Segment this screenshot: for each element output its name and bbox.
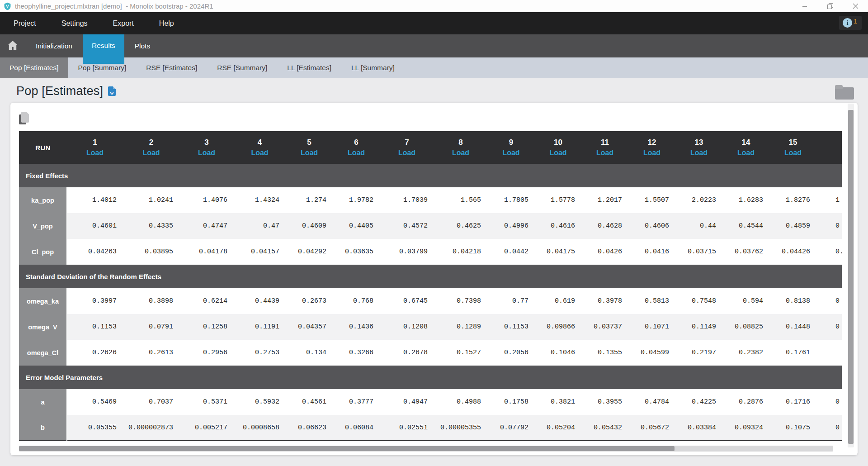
- section-header-row: Error Model Parameters: [19, 366, 842, 389]
- value-cell: 0.1153: [487, 314, 535, 340]
- value-cell: 0.3978: [581, 288, 628, 314]
- page-title: Pop [Estimates]: [16, 84, 103, 98]
- vertical-scrollbar-thumb[interactable]: [848, 110, 854, 444]
- main-tab-bar: Initialization Results Plots: [0, 34, 868, 57]
- load-link[interactable]: Load: [380, 149, 434, 157]
- menu-help[interactable]: Help: [159, 19, 174, 28]
- run-number: 13: [675, 138, 722, 147]
- value-cell: 0.0426: [581, 239, 628, 265]
- subtab-ll-estimates[interactable]: LL [Estimates]: [277, 57, 341, 78]
- value-cell: 0.1149: [675, 314, 722, 340]
- value-cell: 1.4324: [234, 187, 286, 213]
- load-link[interactable]: Load: [179, 149, 234, 157]
- value-cell: 0.4784: [628, 389, 675, 415]
- minimize-button[interactable]: [792, 0, 817, 12]
- load-link[interactable]: Load: [333, 149, 380, 157]
- table-row: omega_V0.11530.07910.12580.11910.043570.…: [19, 314, 842, 340]
- value-cell: 0.1761: [769, 340, 816, 366]
- value-cell: 0.03737: [581, 314, 628, 340]
- value-cell: 0.1527: [434, 340, 487, 366]
- value-cell: 0.7398: [434, 288, 487, 314]
- load-link[interactable]: Load: [722, 149, 769, 157]
- load-link[interactable]: Load: [581, 149, 628, 157]
- menu-project[interactable]: Project: [14, 19, 36, 28]
- value-cell: 0.1191: [234, 314, 286, 340]
- run-number: 12: [628, 138, 675, 147]
- table-row: ka_pop1.40121.02411.40761.43241.2741.978…: [19, 187, 842, 213]
- value-cell: 0: [816, 415, 842, 441]
- section-title: Error Model Parameters: [19, 366, 842, 389]
- home-icon: [8, 41, 18, 52]
- load-link[interactable]: Load: [487, 149, 535, 157]
- vertical-scrollbar[interactable]: [848, 104, 854, 447]
- row-label: omega_ka: [19, 288, 67, 314]
- run-column-4: 4Load: [234, 131, 286, 164]
- table-row: omega_Cl0.26260.26130.29560.27530.1340.3…: [19, 340, 842, 366]
- value-cell: 1.8276: [769, 187, 816, 213]
- load-link[interactable]: Load: [675, 149, 722, 157]
- value-cell: 0.05355: [67, 415, 123, 441]
- notifications-chip[interactable]: i 1: [839, 16, 862, 30]
- results-sub-tab-bar: Pop [Estimates] Pop [Summary] RSE [Estim…: [0, 57, 868, 78]
- load-link[interactable]: Load: [123, 149, 179, 157]
- load-link[interactable]: Load: [286, 149, 333, 157]
- tab-plots[interactable]: Plots: [124, 34, 160, 57]
- run-column-header: RUN: [19, 131, 67, 164]
- row-label: Cl_pop: [19, 239, 67, 265]
- horizontal-scrollbar[interactable]: [19, 446, 833, 452]
- value-cell: 0.06623: [286, 415, 333, 441]
- horizontal-scrollbar-thumb[interactable]: [19, 446, 675, 451]
- value-cell: 0.619: [535, 288, 581, 314]
- row-label: ka_pop: [19, 187, 67, 213]
- value-cell: 0.4747: [179, 213, 234, 239]
- subtab-rse-summary[interactable]: RSE [Summary]: [207, 57, 277, 78]
- menu-bar: Project Settings Export Help i 1: [0, 12, 868, 34]
- value-cell: 1.565: [434, 187, 487, 213]
- value-cell: 0.47: [234, 213, 286, 239]
- run-column-10: 10Load: [535, 131, 581, 164]
- subtab-pop-estimates[interactable]: Pop [Estimates]: [0, 57, 68, 78]
- run-column-1: 1Load: [67, 131, 123, 164]
- value-cell: 0.04175: [535, 239, 581, 265]
- load-link[interactable]: Load: [769, 149, 816, 157]
- menu-settings[interactable]: Settings: [61, 19, 88, 28]
- value-cell: 0.4616: [535, 213, 581, 239]
- value-cell: 0: [816, 213, 842, 239]
- row-label: omega_Cl: [19, 340, 67, 366]
- value-cell: 0.3997: [67, 288, 123, 314]
- value-cell: 0.05432: [581, 415, 628, 441]
- tab-initialization[interactable]: Initialization: [25, 34, 83, 57]
- load-link[interactable]: Load: [816, 149, 842, 157]
- close-button[interactable]: [843, 0, 868, 12]
- home-tab[interactable]: [0, 34, 25, 57]
- word-export-icon[interactable]: w: [108, 86, 116, 96]
- value-cell: 0.1758: [487, 389, 535, 415]
- table-row: a0.54690.70370.53710.59320.45610.37770.4…: [19, 389, 842, 415]
- copy-table-icon[interactable]: [19, 112, 30, 124]
- subtab-ll-summary[interactable]: LL [Summary]: [341, 57, 405, 78]
- value-cell: 0.3955: [581, 389, 628, 415]
- window-titlebar: theophylline_project.mlxtran [demo] - Mo…: [0, 0, 868, 12]
- restore-button[interactable]: [817, 0, 843, 12]
- load-link[interactable]: Load: [234, 149, 286, 157]
- menu-export[interactable]: Export: [113, 19, 134, 28]
- value-cell: 0.8138: [769, 288, 816, 314]
- value-cell: 0.5469: [67, 389, 123, 415]
- load-link[interactable]: Load: [434, 149, 487, 157]
- table-row: b0.053550.0000028730.0052170.00086580.06…: [19, 415, 842, 441]
- subtab-rse-estimates[interactable]: RSE [Estimates]: [136, 57, 207, 78]
- value-cell: 0.594: [722, 288, 769, 314]
- tab-results[interactable]: Results: [83, 34, 124, 64]
- value-cell: 0.04357: [286, 314, 333, 340]
- value-cell: 0.768: [333, 288, 380, 314]
- open-folder-icon[interactable]: [835, 87, 854, 100]
- load-link[interactable]: Load: [67, 149, 123, 157]
- value-cell: 0.4572: [380, 213, 434, 239]
- value-cell: 1.6283: [722, 187, 769, 213]
- load-link[interactable]: Load: [628, 149, 675, 157]
- value-cell: 0.4335: [123, 213, 179, 239]
- load-link[interactable]: Load: [535, 149, 581, 157]
- value-cell: 0.03762: [722, 239, 769, 265]
- value-cell: 0: [816, 389, 842, 415]
- run-number: 2: [123, 138, 179, 147]
